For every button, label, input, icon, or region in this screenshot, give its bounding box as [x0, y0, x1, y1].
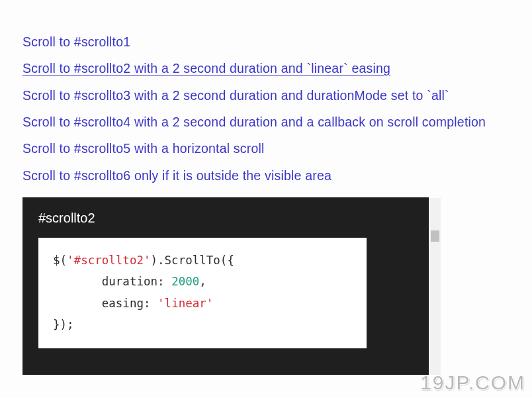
- panel-title: #scrollto2: [38, 211, 413, 226]
- code-block: $('#scrollto2').ScrollTo({ duration: 200…: [38, 238, 367, 349]
- link-scrollto4[interactable]: Scroll to #scrollto4 with a 2 second dur…: [22, 113, 510, 130]
- link-scrollto2[interactable]: Scroll to #scrollto2 with a 2 second dur…: [22, 60, 510, 77]
- link-scrollto3[interactable]: Scroll to #scrollto3 with a 2 second dur…: [22, 87, 510, 104]
- code-line-2: duration: 2000,: [53, 271, 352, 292]
- example-panel: #scrollto2 $('#scrollto2').ScrollTo({ du…: [22, 197, 429, 375]
- scrollbar-thumb[interactable]: [431, 230, 439, 242]
- link-scrollto1[interactable]: Scroll to #scrollto1: [22, 33, 510, 50]
- scrollbar-track[interactable]: [429, 198, 441, 375]
- code-line-3: easing: 'linear': [53, 293, 352, 314]
- link-scrollto6[interactable]: Scroll to #scrollto6 only if it is outsi…: [22, 167, 510, 184]
- page: Scroll to #scrollto1 Scroll to #scrollto…: [0, 0, 532, 375]
- code-line-1: $('#scrollto2').ScrollTo({: [53, 250, 352, 271]
- link-scrollto5[interactable]: Scroll to #scrollto5 with a horizontal s…: [22, 140, 510, 157]
- code-line-4: });: [53, 314, 352, 335]
- scroll-container: #scrollto2 $('#scrollto2').ScrollTo({ du…: [22, 197, 441, 375]
- watermark: 19JP.COM: [420, 372, 525, 394]
